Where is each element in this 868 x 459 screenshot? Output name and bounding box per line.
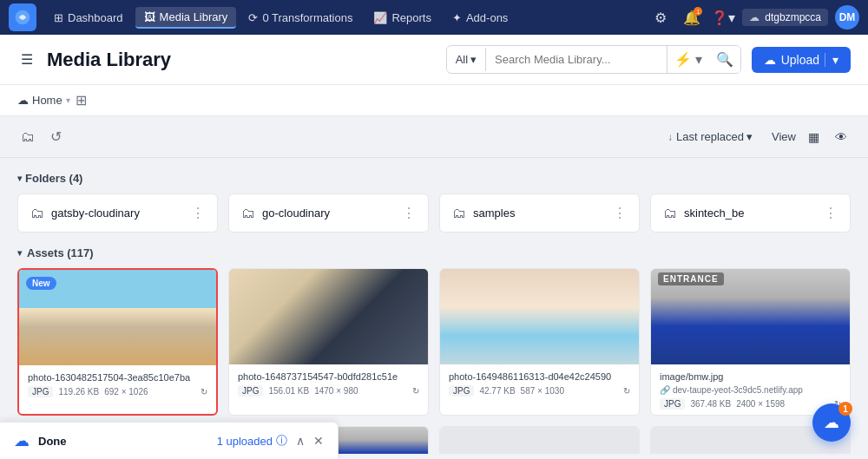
folder-menu-button[interactable]: ⋮ (191, 205, 205, 221)
breadcrumb-bar: ☁ Home ▾ ⊞ (0, 85, 868, 116)
cloud-icon: ☁ (749, 11, 760, 23)
asset-type: JPG (28, 386, 53, 397)
sort-direction-icon: ↓ (667, 131, 673, 143)
eye-view-button[interactable]: 👁 (832, 128, 851, 146)
search-filter-button[interactable]: All ▾ (447, 48, 486, 71)
asset-card[interactable]: photo-1649486116313-d04e42c24590 JPG 42.… (439, 268, 640, 416)
asset-thumbnail (229, 269, 428, 364)
sort-label: Last replaced (676, 130, 744, 143)
asset-dimensions: 2400 × 1598 (736, 399, 785, 409)
folders-section-header: ▾ Folders (4) (17, 172, 851, 185)
folder-card[interactable]: 🗂 samples ⋮ (439, 193, 640, 233)
sort-dropdown-button[interactable]: Last replaced ▾ (676, 130, 753, 143)
header-bar: ☰ Media Library All ▾ ⚡ ▾ 🔍 ☁ Upload ▾ (0, 35, 868, 85)
folder-menu-button[interactable]: ⋮ (613, 205, 627, 221)
folder-name: gatsby-cloudinary (51, 207, 140, 220)
search-input[interactable] (486, 48, 667, 71)
refresh-button[interactable]: ↺ (47, 125, 65, 148)
breadcrumb-home-label: Home (32, 94, 62, 107)
workspace-selector[interactable]: ☁ dtgbzmpcca (742, 9, 828, 26)
upload-label: Upload (781, 53, 819, 67)
nav-item-dashboard[interactable]: ⊞ Dashboard (45, 8, 132, 28)
upload-cloud-icon: ☁ (764, 53, 776, 67)
breadcrumb-chevron-icon: ▾ (66, 95, 70, 105)
upload-close-button[interactable]: ✕ (313, 434, 324, 448)
view-label: View (772, 130, 796, 143)
asset-rotate-icon: ↻ (623, 386, 630, 396)
upload-fab-button[interactable]: ☁ 1 (812, 403, 851, 442)
notifications-button[interactable]: 🔔 1 (680, 5, 704, 30)
folder-icon: 🗂 (452, 206, 466, 221)
asset-size: 42.77 KB (479, 386, 515, 396)
asset-size: 119.26 KB (58, 387, 99, 397)
media-library-icon: 🖼 (144, 10, 155, 23)
notification-badge: 1 (694, 7, 702, 16)
new-folder-button[interactable]: 🗂 (17, 126, 38, 148)
assets-grid: New photo-1630482517504-3ea85c10e7ba JPG… (17, 268, 851, 416)
nav-item-reports[interactable]: 📈 Reports (365, 8, 440, 28)
asset-card[interactable]: New photo-1630482517504-3ea85c10e7ba JPG… (17, 268, 218, 416)
upload-fab-badge: 1 (838, 402, 852, 416)
search-submit-button[interactable]: 🔍 (709, 46, 740, 73)
link-icon: 🔗 (660, 385, 670, 395)
filter-chevron-icon: ▾ (470, 53, 477, 66)
page-title: Media Library (47, 49, 436, 71)
content-area: ▾ Folders (4) 🗂 gatsby-cloudinary ⋮ 🗂 go… (0, 158, 868, 454)
search-settings-button[interactable]: ⚡ ▾ (667, 46, 709, 73)
nav-item-media-library[interactable]: 🖼 Media Library (135, 7, 237, 29)
asset-card-partial[interactable] (439, 426, 640, 454)
hamburger-button[interactable]: ☰ (17, 48, 36, 71)
user-avatar[interactable]: DM (835, 5, 859, 30)
settings-button[interactable]: ⚙ (648, 5, 673, 30)
sort-control[interactable]: ↓ Last replaced ▾ (667, 130, 753, 143)
grid-view-button[interactable]: ▦ (805, 128, 823, 146)
asset-name: photo-1649486116313-d04e42c24590 (449, 371, 630, 382)
folder-card[interactable]: 🗂 gatsby-cloudinary ⋮ (17, 193, 218, 233)
nav-label-reports: Reports (391, 11, 431, 24)
nav-label-media-library: Media Library (160, 10, 228, 23)
folder-name: samples (473, 207, 515, 220)
asset-rotate-icon: ↻ (201, 387, 207, 397)
folder-card[interactable]: 🗂 go-cloudinary ⋮ (228, 193, 429, 233)
upload-chevron-icon[interactable]: ▾ (825, 53, 838, 67)
asset-card[interactable]: ENTRANCE image/bmw.jpg 🔗 dev-taupe-yeot-… (650, 268, 851, 416)
asset-name: photo-1648737154547-b0dfd281c51e (238, 371, 419, 382)
upload-button[interactable]: ☁ Upload ▾ (752, 47, 851, 73)
assets-collapse-icon[interactable]: ▾ (17, 248, 22, 258)
asset-type: JPG (238, 385, 263, 397)
asset-name: photo-1630482517504-3ea85c10e7ba (28, 372, 207, 383)
asset-size: 367.48 KB (690, 399, 731, 409)
nav-right: ⚙ 🔔 1 ❓▾ ☁ dtgbzmpcca DM (648, 5, 859, 30)
asset-dimensions: 1470 × 980 (314, 386, 358, 396)
asset-card[interactable]: photo-1648737154547-b0dfd281c51e JPG 156… (228, 268, 429, 416)
upload-collapse-button[interactable]: ∧ (296, 434, 305, 448)
assets-section-header: ▾ Assets (117) (17, 246, 851, 259)
folder-icon: 🗂 (30, 206, 44, 221)
upload-done-label: Done (38, 435, 67, 448)
upload-count-label: 1 uploaded (217, 435, 273, 448)
asset-name: image/bmw.jpg (660, 371, 841, 382)
folder-card[interactable]: 🗂 skintech_be ⋮ (650, 193, 851, 233)
breadcrumb-home[interactable]: ☁ Home ▾ (17, 94, 70, 107)
upload-cloud-icon: ☁ (14, 431, 30, 450)
upload-status-bar: ☁ Done 1 uploaded ⓘ ∧ ✕ (0, 422, 339, 459)
nav-label-dashboard: Dashboard (68, 11, 123, 24)
asset-type: JPG (449, 385, 474, 397)
nav-item-transformations[interactable]: ⟳ 0 Transformations (240, 8, 361, 28)
nav-label-transformations: 0 Transformations (262, 11, 352, 24)
nav-item-addons[interactable]: ✦ Add-ons (444, 8, 516, 28)
transformations-icon: ⟳ (248, 11, 258, 24)
folder-menu-button[interactable]: ⋮ (402, 205, 416, 221)
nav-logo[interactable] (9, 3, 36, 31)
nav-label-addons: Add-ons (466, 11, 508, 24)
asset-dimensions: 587 × 1030 (521, 386, 564, 396)
dashboard-icon: ⊞ (54, 11, 63, 24)
folders-collapse-icon[interactable]: ▾ (17, 174, 22, 183)
asset-link-url: dev-taupe-yeot-3c9dc5.netlify.app (673, 385, 803, 395)
folder-menu-button[interactable]: ⋮ (824, 205, 838, 221)
settings-chevron-icon: ▾ (695, 51, 702, 68)
asset-meta: JPG 367.48 KB 2400 × 1598 ↻ (660, 398, 841, 410)
add-folder-button[interactable]: ⊞ (76, 92, 87, 108)
folder-name: go-cloudinary (262, 207, 330, 220)
help-button[interactable]: ❓▾ (711, 5, 735, 30)
